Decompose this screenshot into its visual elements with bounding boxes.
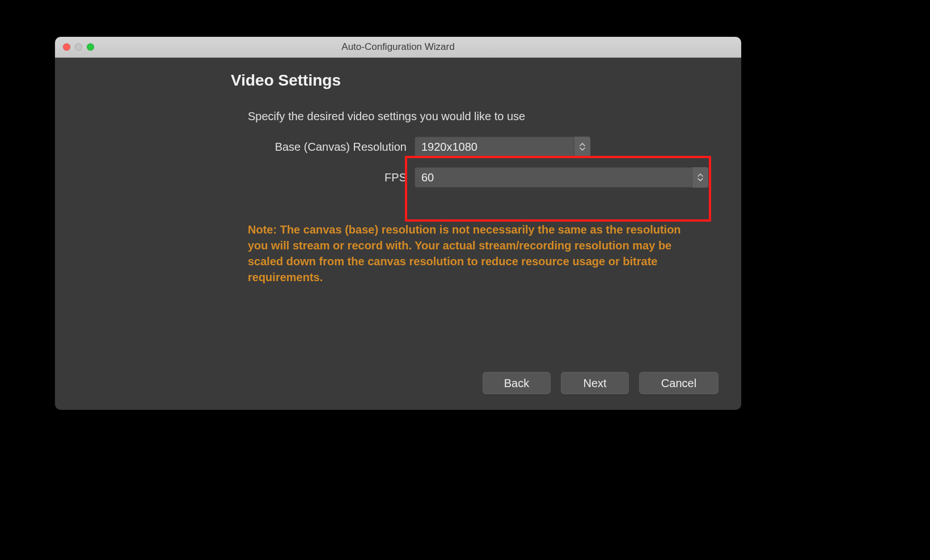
- close-icon[interactable]: [63, 44, 70, 51]
- resolution-label: Base (Canvas) Resolution: [248, 141, 415, 154]
- page-heading: Video Settings: [231, 71, 718, 90]
- resolution-value: 1920x1080: [415, 137, 574, 157]
- wizard-window: Auto-Configuration Wizard Video Settings…: [55, 37, 741, 410]
- window-title: Auto-Configuration Wizard: [55, 41, 741, 53]
- fps-value: 60: [415, 167, 692, 188]
- form-row-fps: FPS 60: [248, 167, 718, 188]
- back-button[interactable]: Back: [483, 372, 551, 394]
- traffic-lights: [63, 44, 94, 51]
- stepper-icon[interactable]: [574, 137, 590, 157]
- content-area: Video Settings Specify the desired video…: [231, 71, 718, 285]
- stepper-icon[interactable]: [692, 167, 708, 188]
- window-body: Video Settings Specify the desired video…: [55, 58, 741, 410]
- fps-label: FPS: [248, 171, 415, 184]
- fps-select[interactable]: 60: [415, 167, 708, 188]
- cancel-button[interactable]: Cancel: [639, 372, 718, 394]
- minimize-icon[interactable]: [75, 44, 82, 51]
- resolution-select[interactable]: 1920x1080: [415, 137, 590, 157]
- form-row-resolution: Base (Canvas) Resolution 1920x1080: [248, 137, 718, 157]
- page-description: Specify the desired video settings you w…: [248, 110, 718, 123]
- next-button[interactable]: Next: [561, 372, 629, 394]
- zoom-icon[interactable]: [87, 44, 94, 51]
- note-text: Note: The canvas (base) resolution is no…: [248, 222, 701, 285]
- footer-buttons: Back Next Cancel: [483, 372, 718, 394]
- titlebar: Auto-Configuration Wizard: [55, 37, 741, 58]
